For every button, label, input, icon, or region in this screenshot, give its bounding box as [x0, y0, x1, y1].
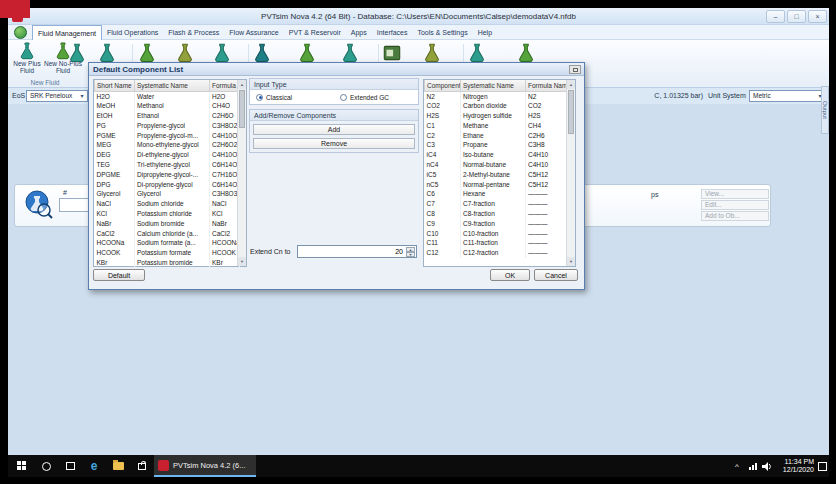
tray-expand-button[interactable]: ^	[730, 455, 744, 477]
default-button[interactable]: Default	[93, 269, 145, 281]
new-plus-fluid-button[interactable]: New Plus Fluid	[12, 41, 42, 74]
dialog-titlebar[interactable]: Default Component List	[89, 63, 584, 76]
remove-button[interactable]: Remove	[253, 138, 415, 149]
maximize-button[interactable]: □	[787, 10, 806, 23]
tab-tools-settings[interactable]: Tools & Settings	[412, 25, 472, 40]
tab-pvt-reservoir[interactable]: PVT & Reservoir	[284, 25, 346, 40]
action-center-button[interactable]	[816, 455, 828, 477]
ok-button[interactable]: OK	[490, 269, 530, 281]
add-to-ob-button[interactable]: Add to Ob...	[701, 211, 769, 221]
table-row[interactable]: C12 C12-fraction ———	[425, 248, 569, 258]
table-row[interactable]: PG Propylene-glycol C3H8O2	[95, 121, 240, 131]
tab-interfaces[interactable]: Interfaces	[372, 25, 413, 40]
task-view-button[interactable]	[60, 455, 80, 477]
table-row[interactable]: KCl Potassium chloride KCl	[95, 209, 240, 219]
table-row[interactable]: C10 C10-fraction ———	[425, 229, 569, 239]
table-row[interactable]: EtOH Ethanol C2H6O	[95, 111, 240, 121]
table-row[interactable]: CO2 Carbon dioxide CO2	[425, 101, 569, 111]
tab-apps[interactable]: Apps	[346, 25, 372, 40]
close-button[interactable]: ×	[808, 10, 827, 23]
tab-flow-assurance[interactable]: Flow Assurance	[224, 25, 283, 40]
eos-dropdown[interactable]: SRK Peneloux ▾	[26, 90, 88, 102]
column-header[interactable]: Formula Name	[526, 80, 569, 91]
tab-flash-process[interactable]: Flash & Process	[163, 25, 224, 40]
tab-help[interactable]: Help	[473, 25, 497, 40]
scrollbar-thumb[interactable]	[239, 90, 245, 128]
table-row[interactable]: DPG Di-propylene-glycol C6H14O3	[95, 180, 240, 190]
table-row[interactable]: H2S Hydrogen sulfide H2S	[425, 111, 569, 121]
table-row[interactable]: C2 Ethane C2H6	[425, 131, 569, 141]
ribbon-module-icon[interactable]	[251, 42, 273, 64]
ribbon-module-icon[interactable]	[296, 42, 318, 64]
unit-system-dropdown[interactable]: Metric ▾	[749, 90, 826, 102]
table-row[interactable]: nC4 Normal-butane C4H10	[425, 160, 569, 170]
scrollbar-thumb[interactable]	[568, 90, 574, 134]
pvtsim-taskbar-button[interactable]: PVTsim Nova 4.2 (6...	[154, 455, 256, 477]
table-row[interactable]: NaCl Sodium chloride NaCl	[95, 199, 240, 209]
table-row[interactable]: KBr Potassium bromide KBr	[95, 258, 240, 268]
search-button[interactable]	[36, 455, 56, 477]
table-row[interactable]: NaBr Sodium bromide NaBr	[95, 219, 240, 229]
app-menu-button[interactable]	[14, 26, 27, 39]
table-row[interactable]: PGME Propylene-glycol-m... C4H10O2	[95, 131, 240, 141]
table-row[interactable]: iC4 Iso-butane C4H10	[425, 150, 569, 160]
scroll-down-icon[interactable]: ▼	[238, 257, 246, 266]
ribbon-module-icon[interactable]	[96, 42, 118, 64]
classical-radio[interactable]: Classical	[250, 94, 334, 101]
tab-fluid-operations[interactable]: Fluid Operations	[102, 25, 163, 40]
table-row[interactable]: H2O Water H2O	[95, 91, 240, 101]
extended-gc-radio[interactable]: Extended GC	[334, 94, 418, 101]
scroll-up-icon[interactable]: ▲	[567, 80, 575, 89]
column-header[interactable]: Systematic Name	[135, 80, 210, 91]
column-header[interactable]: Short Name	[95, 80, 135, 91]
table-row[interactable]: Glycerol Glycerol C3H8O3	[95, 189, 240, 199]
file-explorer-button[interactable]	[108, 455, 128, 477]
cancel-button[interactable]: Cancel	[534, 269, 578, 281]
ribbon-module-icon[interactable]	[515, 42, 537, 64]
view-button[interactable]: View...	[701, 189, 769, 199]
minimize-button[interactable]: –	[766, 10, 785, 23]
clock[interactable]: 11:34 PM 12/1/2020	[772, 455, 814, 477]
table-row[interactable]: C1 Methane CH4	[425, 121, 569, 131]
ribbon-module-icon[interactable]	[174, 42, 196, 64]
table-row[interactable]: C8 C8-fraction ———	[425, 209, 569, 219]
table-row[interactable]: iC5 2-Methyl-butane C5H12	[425, 170, 569, 180]
ribbon-module-icon[interactable]	[421, 42, 443, 64]
table-row[interactable]: C6 Hexane ———	[425, 189, 569, 199]
fluid-search-icon[interactable]	[21, 188, 55, 222]
table-row[interactable]: CaCl2 Calcium chloride (a... CaCl2	[95, 229, 240, 239]
table-row[interactable]: C7 C7-fraction ———	[425, 199, 569, 209]
table-row[interactable]: C11 C11-fraction ———	[425, 238, 569, 248]
ribbon-module-icon[interactable]	[466, 42, 488, 64]
table-row[interactable]: TEG Tri-ethylene-glycol C6H14O4	[95, 160, 240, 170]
column-header[interactable]: Component...	[425, 80, 461, 91]
edit-button[interactable]: Edit...	[701, 200, 769, 210]
scroll-up-icon[interactable]: ▲	[238, 80, 246, 89]
table-row[interactable]: DPGME Dipropylene-glycol-... C7H16O3	[95, 170, 240, 180]
column-header[interactable]: Systematic Name	[461, 80, 526, 91]
output-side-tab[interactable]: Output	[821, 86, 829, 134]
scroll-down-icon[interactable]: ▼	[567, 257, 575, 266]
start-button[interactable]	[12, 455, 32, 477]
column-header[interactable]: Formula N...	[210, 80, 240, 91]
table-row[interactable]: MEG Mono-ethylene-glycol C2H6O2	[95, 140, 240, 150]
table-row[interactable]: HCOOK Potassium formate HCOOK	[95, 248, 240, 258]
ribbon-module-icon[interactable]	[381, 42, 403, 64]
table-row[interactable]: MeOH Methanol CH4O	[95, 101, 240, 111]
store-button[interactable]	[132, 455, 152, 477]
table-row[interactable]: DEG Di-ethylene-glycol C4H10O3	[95, 150, 240, 160]
add-button[interactable]: Add	[253, 124, 415, 135]
ribbon-module-icon[interactable]	[211, 42, 233, 64]
tab-fluid-management[interactable]: Fluid Management	[32, 25, 102, 40]
spin-down-icon[interactable]: ▼	[406, 252, 415, 257]
table-row[interactable]: C3 Propane C3H8	[425, 140, 569, 150]
table-row[interactable]: nC5 Normal-pentane C5H12	[425, 180, 569, 190]
scrollbar[interactable]: ▲ ▼	[566, 80, 575, 266]
dialog-close-button[interactable]	[569, 65, 581, 74]
edge-browser-button[interactable]	[84, 455, 104, 477]
extend-cn-input[interactable]: 20 ▲ ▼	[297, 245, 417, 258]
network-icon[interactable]	[746, 455, 760, 477]
table-row[interactable]: N2 Nitrogen N2	[425, 91, 569, 101]
ribbon-module-icon[interactable]	[66, 42, 88, 64]
scrollbar[interactable]: ▲ ▼	[237, 80, 246, 266]
